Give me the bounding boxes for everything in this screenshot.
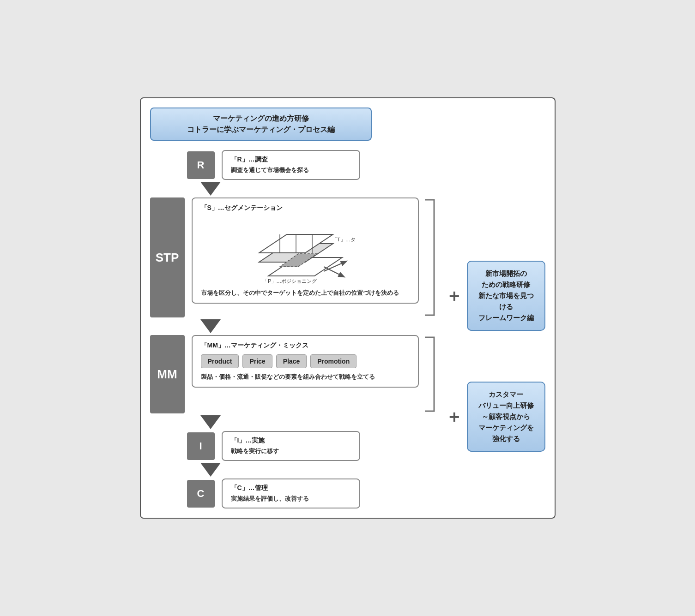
- arrow-stp-to-mm: [200, 319, 221, 333]
- stp-box-line1: 新市場開拓の: [475, 268, 537, 279]
- mm-plus: ＋: [446, 408, 462, 425]
- title-line1: マーケティングの進め方研修: [160, 113, 362, 124]
- mm-description: 製品・価格・流通・販促などの要素を組み合わせて戦略を立てる: [201, 373, 410, 381]
- stp-bracket: [419, 197, 436, 317]
- mm-box-line4: マーケティングを強化する: [475, 422, 537, 444]
- stp-diagram: 「T」…ターゲティング 「P」…ポジショニング: [201, 216, 410, 285]
- mm-bracket-svg: [423, 335, 436, 413]
- price-badge: Price: [242, 354, 272, 368]
- mm-side-box: カスタマー バリュー向上研修 ～顧客視点から マーケティングを強化する: [467, 382, 545, 452]
- title-line2: コトラーに学ぶマーケティング・プロセス編: [160, 124, 362, 135]
- svg-text:「T」…ターゲティング: 「T」…ターゲティング: [332, 237, 356, 242]
- mm-row: MM 「MM」…マーケティング・ミックス Product Price Place…: [150, 335, 419, 413]
- main-container: マーケティングの進め方研修 コトラーに学ぶマーケティング・プロセス編 R 「R」…: [140, 97, 556, 519]
- r-subtitle: 「R」…調査: [231, 155, 351, 164]
- stp-section: STP 「S」…セグメンテーション: [150, 197, 436, 317]
- i-badge: I: [187, 432, 215, 460]
- c-badge: C: [187, 480, 215, 508]
- stp-description: 市場を区分し、その中でターゲットを定めた上で自社の位置づけを決める: [201, 289, 410, 297]
- stp-side-box: 新市場開拓の ための戦略研修 新たな市場を見つける フレームワーク編: [467, 261, 545, 331]
- i-row: I 「I」…実施 戦略を実行に移す: [187, 431, 360, 461]
- stp-svg: 「T」…ターゲティング 「P」…ポジショニング: [254, 216, 356, 285]
- product-badge: Product: [201, 354, 239, 368]
- mm-bracket: [419, 335, 436, 413]
- mm-badge: MM: [150, 335, 185, 413]
- stp-box-line3: 新たな市場を見つける: [475, 290, 537, 312]
- r-row: R 「R」…調査 調査を通じて市場機会を探る: [187, 150, 360, 180]
- arrow-mm-to-i: [200, 415, 221, 429]
- stp-content: 「S」…セグメンテーション: [192, 197, 419, 304]
- stp-box-line2: ための戦略研修: [475, 279, 537, 290]
- stp-badge: STP: [150, 197, 185, 317]
- mm-4p: Product Price Place Promotion: [201, 354, 410, 368]
- side-column: ＋ 新市場開拓の ための戦略研修 新たな市場を見つける フレームワーク編 ＋ カ…: [446, 150, 545, 452]
- arrow-r-to-stp: [200, 182, 221, 196]
- stp-row: STP 「S」…セグメンテーション: [150, 197, 419, 317]
- stp-side-row: ＋ 新市場開拓の ための戦略研修 新たな市場を見つける フレームワーク編: [446, 261, 545, 331]
- stp-box-line4: フレームワーク編: [475, 312, 537, 323]
- c-row: C 「C」…管理 実施結果を評価し、改善する: [187, 478, 360, 508]
- flow-column: R 「R」…調査 調査を通じて市場機会を探る STP 「S」…セグメンテーション: [150, 150, 436, 508]
- mm-section: MM 「MM」…マーケティング・ミックス Product Price Place…: [150, 335, 436, 413]
- mm-box-line2: バリュー向上研修: [475, 400, 537, 411]
- c-box: 「C」…管理 実施結果を評価し、改善する: [222, 478, 360, 508]
- title-box: マーケティングの進め方研修 コトラーに学ぶマーケティング・プロセス編: [150, 108, 372, 141]
- r-badge: R: [187, 151, 215, 179]
- flow-and-side: R 「R」…調査 調査を通じて市場機会を探る STP 「S」…セグメンテーション: [150, 150, 545, 508]
- place-badge: Place: [276, 354, 307, 368]
- mm-side-row: ＋ カスタマー バリュー向上研修 ～顧客視点から マーケティングを強化する: [446, 382, 545, 452]
- mm-content: 「MM」…マーケティング・ミックス Product Price Place Pr…: [192, 335, 419, 388]
- mm-subtitle: 「MM」…マーケティング・ミックス: [201, 341, 410, 350]
- mm-box-line3: ～顧客視点から: [475, 411, 537, 422]
- i-subtitle: 「I」…実施: [231, 437, 351, 445]
- svg-text:「P」…ポジショニング: 「P」…ポジショニング: [263, 278, 317, 284]
- stp-subtitle: 「S」…セグメンテーション: [201, 204, 410, 212]
- i-box: 「I」…実施 戦略を実行に移す: [222, 431, 360, 461]
- arrow-i-to-c: [200, 463, 221, 477]
- mm-box-line1: カスタマー: [475, 389, 537, 400]
- svg-line-8: [324, 267, 342, 276]
- stp-bracket-svg: [423, 197, 436, 317]
- i-description: 戦略を実行に移す: [231, 447, 351, 455]
- c-description: 実施結果を評価し、改善する: [231, 495, 351, 503]
- stp-plus: ＋: [446, 287, 462, 304]
- r-description: 調査を通じて市場機会を探る: [231, 166, 351, 174]
- c-subtitle: 「C」…管理: [231, 484, 351, 492]
- promotion-badge: Promotion: [310, 354, 357, 368]
- r-box: 「R」…調査 調査を通じて市場機会を探る: [222, 150, 360, 180]
